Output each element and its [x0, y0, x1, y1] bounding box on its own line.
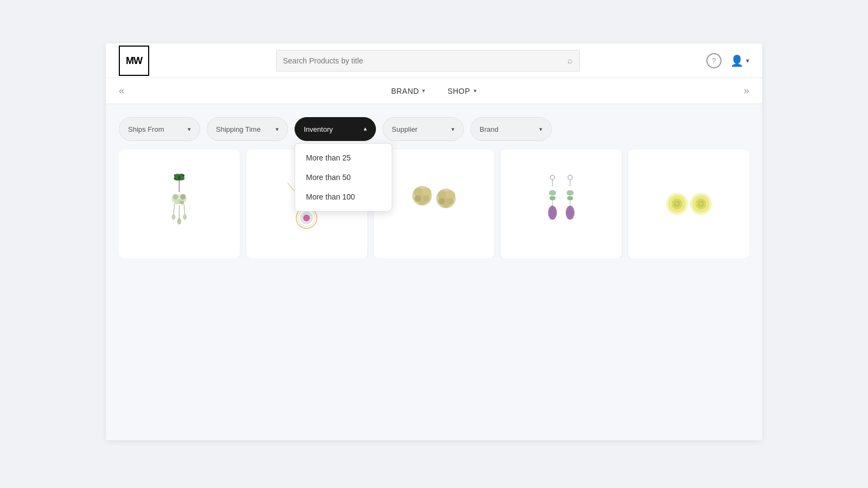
inventory-option-100[interactable]: More than 100 — [295, 187, 392, 207]
content-area: Ships From ▾ Shipping Time ▾ Inventory ▾… — [106, 104, 762, 440]
supplier-chevron-icon: ▾ — [451, 126, 455, 133]
product-image-5 — [637, 166, 741, 242]
svg-point-51 — [567, 196, 573, 200]
supplier-filter[interactable]: Supplier ▾ — [382, 117, 464, 141]
nav-item-brand[interactable]: BRAND ▾ — [391, 87, 426, 95]
brand-chevron-icon: ▾ — [422, 87, 426, 94]
svg-point-6 — [180, 194, 186, 200]
svg-point-48 — [568, 175, 572, 179]
inventory-option-25[interactable]: More than 25 — [295, 148, 392, 168]
shop-chevron-icon: ▾ — [474, 87, 477, 94]
product-image-4 — [509, 166, 613, 242]
inventory-chevron-icon: ▾ — [363, 126, 367, 133]
svg-point-9 — [180, 201, 184, 204]
search-area: ⌕ — [149, 50, 706, 72]
page-wrapper: MW ⌕ ? 👤 ▾ « — [0, 0, 868, 488]
search-box[interactable]: ⌕ — [276, 50, 580, 72]
search-icon: ⌕ — [567, 56, 573, 66]
svg-point-50 — [567, 190, 574, 196]
main-container: MW ⌕ ? 👤 ▾ « — [106, 43, 762, 440]
inventory-dropdown-menu: More than 25 More than 50 More than 100 — [295, 143, 392, 211]
user-avatar-icon: 👤 — [730, 54, 744, 67]
product-image-1 — [127, 166, 231, 242]
brand-chevron-icon: ▾ — [539, 126, 542, 133]
svg-point-14 — [177, 218, 181, 224]
brand-filter[interactable]: Brand ▾ — [470, 117, 552, 141]
inventory-dropdown-container: Inventory ▾ More than 25 More than 50 Mo… — [295, 117, 376, 141]
nav-right-chevron[interactable]: » — [739, 83, 754, 99]
svg-point-8 — [175, 201, 178, 204]
nav-links: BRAND ▾ SHOP ▾ — [129, 87, 739, 95]
product-card-4[interactable] — [501, 150, 622, 258]
svg-point-15 — [183, 214, 187, 220]
svg-point-41 — [550, 175, 554, 179]
svg-point-40 — [447, 198, 454, 204]
svg-point-33 — [414, 195, 421, 202]
svg-line-10 — [174, 204, 175, 216]
search-input[interactable] — [283, 56, 563, 65]
ships-from-chevron-icon: ▾ — [188, 126, 191, 133]
shipping-time-chevron-icon: ▾ — [276, 126, 279, 133]
svg-point-27 — [304, 216, 309, 221]
ships-from-filter[interactable]: Ships From ▾ — [119, 117, 200, 141]
logo[interactable]: MW — [119, 46, 149, 76]
svg-point-39 — [438, 198, 445, 204]
nav-left-chevron[interactable]: « — [114, 83, 129, 99]
product-card-5[interactable] — [628, 150, 749, 258]
header-actions: ? 👤 ▾ — [706, 53, 749, 68]
svg-point-13 — [172, 214, 176, 220]
product-image-3 — [382, 166, 486, 242]
user-chevron-icon: ▾ — [746, 57, 749, 65]
user-menu[interactable]: 👤 ▾ — [730, 54, 749, 67]
inventory-option-50[interactable]: More than 50 — [295, 168, 392, 187]
help-button[interactable]: ? — [706, 53, 722, 68]
svg-point-43 — [549, 190, 556, 196]
svg-point-44 — [550, 196, 556, 200]
svg-line-12 — [184, 204, 185, 216]
header: MW ⌕ ? 👤 ▾ — [106, 43, 762, 78]
svg-point-54 — [567, 208, 573, 217]
nav-item-shop[interactable]: SHOP ▾ — [448, 87, 477, 95]
svg-rect-2 — [178, 176, 181, 181]
filter-bar: Ships From ▾ Shipping Time ▾ Inventory ▾… — [119, 117, 749, 141]
inventory-filter[interactable]: Inventory ▾ — [295, 117, 376, 141]
nav-bar: « BRAND ▾ SHOP ▾ » — [106, 78, 762, 104]
product-card-1[interactable] — [119, 150, 240, 258]
svg-point-5 — [173, 194, 178, 200]
product-grid — [119, 150, 749, 258]
shipping-time-filter[interactable]: Shipping Time ▾ — [207, 117, 288, 141]
svg-point-47 — [550, 208, 556, 217]
svg-point-34 — [423, 195, 430, 202]
